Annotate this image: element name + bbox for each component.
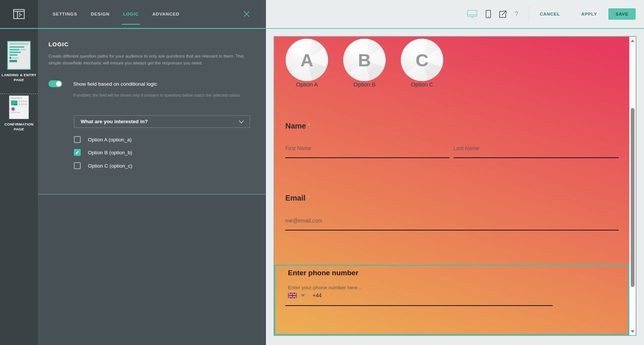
email-underline [285,230,619,231]
form-builder-icon [13,9,25,19]
phone-underline [285,305,553,306]
last-name-underline [453,157,619,158]
toolbar-divider [529,7,529,21]
choice-option-a[interactable]: A [286,39,328,81]
phone-input[interactable]: Enter your phone number here... [288,285,362,290]
form-builder-app: SETTINGS DESIGN LOGIC ADVANCED [0,0,644,345]
checkbox-option-c[interactable] [74,162,81,169]
save-button[interactable]: SAVE [608,8,636,20]
close-panel-button[interactable] [243,11,250,17]
toggle-help-text: If enabled, the field will be shown only… [73,93,240,97]
tab-settings[interactable]: SETTINGS [53,0,77,28]
required-asterisk: * [307,122,310,130]
settings-tabbar: SETTINGS DESIGN LOGIC ADVANCED [38,0,266,28]
option-c-label: Option C (option_c) [88,163,132,169]
choice-c-letter: C [416,50,428,71]
mobile-preview-icon[interactable] [486,10,491,18]
open-external-icon[interactable] [499,11,506,18]
question-select-value: What are you interested in? [81,119,148,124]
rail-item-confirmation-page[interactable]: CONFIRMATION PAGE [0,96,38,132]
preview-toolbar: ? CANCEL APPLY SAVE [266,0,644,28]
conditional-logic-toggle[interactable] [48,80,62,87]
scrollbar-thumb[interactable] [631,108,635,287]
email-input[interactable]: me@email.com [285,218,322,224]
choice-a-letter: A [300,50,313,71]
dial-code-row: +44 [288,292,322,298]
country-dropdown-icon[interactable] [301,294,305,297]
logic-option-b[interactable]: Option B (option_b) [74,149,132,156]
form-preview-pane: A B C Option A Option B Option C Name* F… [274,36,636,336]
choice-b-letter: B [358,50,371,71]
uk-flag-icon[interactable] [288,293,297,298]
phone-field-label: Enter phone number [288,269,358,277]
tab-design[interactable]: DESIGN [91,0,110,28]
dial-code-value: +44 [313,292,322,298]
preview-scrollbar[interactable] [629,37,636,335]
choice-option-b[interactable]: B [343,39,386,81]
tab-advanced[interactable]: ADVANCED [152,0,180,28]
form-preview-content: A B C Option A Option B Option C Name* F… [274,37,629,335]
logic-option-c[interactable]: Option C (option_c) [74,162,132,169]
apply-button[interactable]: APPLY [581,12,597,16]
help-icon[interactable]: ? [515,11,518,17]
scroll-up-button[interactable] [630,37,636,44]
choice-a-label: Option A [286,81,328,88]
email-field-label: Email* [285,194,310,202]
first-name-underline [285,157,450,158]
cancel-button[interactable]: CANCEL [540,12,560,16]
first-name-input[interactable]: First Name [285,145,311,151]
rail-item-landing-page[interactable]: LANDING & ENTRY PAGE [0,41,38,82]
confirmation-page-label: CONFIRMATION PAGE [2,122,36,132]
toggle-label: Show field based on conditional logic [73,81,157,87]
confirmation-page-thumbnail [9,96,29,119]
conditional-logic-toggle-row: Show field based on conditional logic [48,80,157,87]
name-field-label: Name* [285,122,310,130]
landing-page-thumbnail [7,41,31,70]
last-name-input[interactable]: Last Name [453,145,479,151]
topbar-accent-rule [0,28,644,29]
question-select[interactable]: What are you interested in? [74,115,250,128]
toggle-knob [56,81,61,86]
rail-divider [0,94,38,94]
option-b-label: Option B (option_b) [88,150,132,155]
device-preview-controls: ? [467,10,518,18]
phone-field-selected-box[interactable]: Enter phone number Enter your phone numb… [274,265,629,335]
checkbox-option-b[interactable] [74,149,81,156]
scroll-down-button[interactable] [630,328,636,335]
app-logo-box[interactable] [0,0,38,28]
logic-option-a[interactable]: Option A (option_a) [74,136,132,143]
option-a-label: Option A (option_a) [88,137,132,143]
choice-option-c[interactable]: C [401,39,443,81]
close-icon [243,11,250,17]
choice-b-label: Option B [343,81,386,88]
choice-c-label: Option C [401,81,443,88]
desktop-preview-icon[interactable] [467,10,477,18]
checkbox-option-a[interactable] [74,136,81,143]
tab-logic[interactable]: LOGIC [123,0,139,28]
panel-description: Create different question paths for your… [48,53,256,66]
panel-title: LOGIC [48,41,69,47]
chevron-down-icon [239,120,244,124]
required-asterisk: * [307,194,310,202]
preview-canvas: A B C Option A Option B Option C Name* F… [266,29,644,345]
page-rail: LANDING & ENTRY PAGE CONFIRMATION PAGE [0,29,38,345]
logic-panel-section: LOGIC Create different question paths fo… [38,29,266,194]
landing-page-label: LANDING & ENTRY PAGE [2,72,36,82]
logic-panel: LOGIC Create different question paths fo… [38,29,266,345]
